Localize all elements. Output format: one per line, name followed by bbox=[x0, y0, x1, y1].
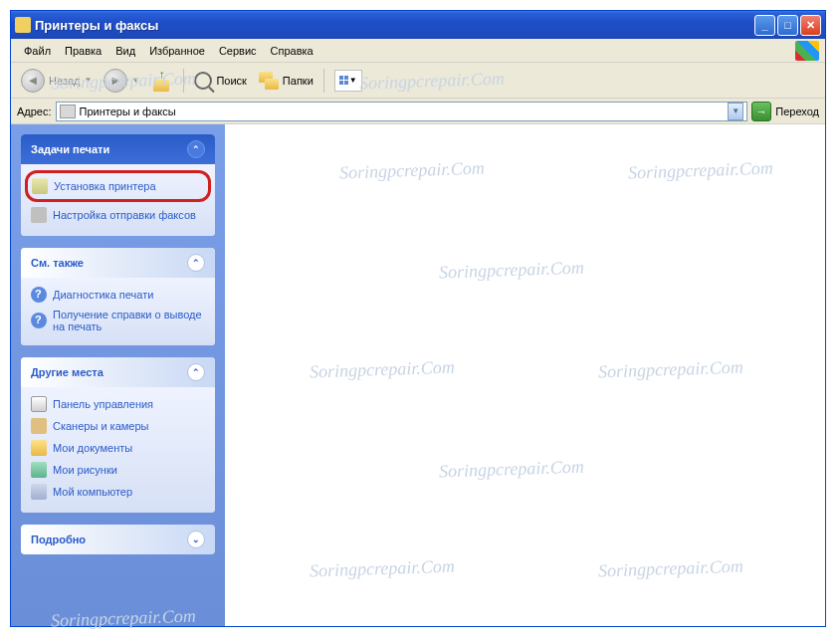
minimize-button[interactable]: _ bbox=[754, 15, 775, 36]
menu-favorites[interactable]: Избранное bbox=[142, 43, 212, 59]
address-value: Принтеры и факсы bbox=[80, 106, 176, 117]
link-label: Получение справки о выводе на печать bbox=[53, 309, 205, 332]
my-documents-link[interactable]: Мои документы bbox=[31, 437, 205, 459]
my-computer-icon bbox=[31, 484, 47, 500]
print-help-link[interactable]: Получение справки о выводе на печать bbox=[31, 306, 205, 335]
highlight-ring: Установка принтера bbox=[25, 170, 211, 202]
search-label: Поиск bbox=[216, 75, 246, 87]
close-button[interactable]: ✕ bbox=[800, 15, 821, 36]
folders-icon bbox=[259, 72, 279, 90]
addressbar: Адрес: Принтеры и факсы ▼ → Переход bbox=[11, 99, 825, 124]
my-documents-icon bbox=[31, 440, 47, 456]
titlebar[interactable]: Принтеры и факсы _ □ ✕ bbox=[11, 11, 825, 39]
views-button[interactable]: ▼ bbox=[330, 68, 366, 94]
menu-edit[interactable]: Правка bbox=[58, 43, 108, 59]
other-places-panel: Другие места ⌃ Панель управления Сканеры… bbox=[21, 357, 215, 513]
menu-help[interactable]: Справка bbox=[264, 43, 320, 59]
folder-view[interactable] bbox=[225, 124, 825, 626]
menu-file[interactable]: Файл bbox=[17, 43, 58, 59]
link-label: Сканеры и камеры bbox=[53, 420, 148, 432]
chevron-down-icon: ⌄ bbox=[187, 531, 205, 548]
windows-logo-icon bbox=[795, 41, 819, 61]
fax-icon bbox=[31, 207, 47, 223]
diagnostics-link[interactable]: Диагностика печати bbox=[31, 284, 205, 306]
chevron-up-icon: ⌃ bbox=[187, 363, 205, 381]
search-icon bbox=[194, 72, 212, 90]
control-panel-icon bbox=[31, 396, 47, 412]
panel-body: Диагностика печати Получение справки о в… bbox=[21, 278, 215, 345]
views-icon: ▼ bbox=[334, 70, 362, 92]
install-printer-link[interactable]: Установка принтера bbox=[32, 175, 204, 197]
folder-up-icon bbox=[151, 70, 173, 92]
fax-setup-link[interactable]: Настройка отправки факсов bbox=[31, 204, 205, 226]
toolbar: ◄ Назад ▼ ► ▼ Поиск Папки ▼ bbox=[11, 63, 825, 99]
caption-buttons: _ □ ✕ bbox=[754, 15, 821, 36]
panel-body: Панель управления Сканеры и камеры Мои д… bbox=[21, 387, 215, 513]
panel-title: Задачи печати bbox=[31, 143, 109, 155]
up-button[interactable] bbox=[147, 68, 177, 94]
maximize-button[interactable]: □ bbox=[777, 15, 798, 36]
separator bbox=[183, 69, 184, 93]
back-arrow-icon: ◄ bbox=[21, 69, 45, 93]
print-tasks-panel: Задачи печати ⌃ Установка принтера Настр… bbox=[21, 134, 215, 236]
scanner-icon bbox=[31, 418, 47, 434]
address-input[interactable]: Принтеры и факсы ▼ bbox=[56, 102, 748, 121]
print-tasks-header[interactable]: Задачи печати ⌃ bbox=[21, 134, 215, 164]
see-also-panel: См. также ⌃ Диагностика печати Получение… bbox=[21, 248, 215, 345]
help-icon bbox=[31, 313, 47, 328]
forward-arrow-icon: ► bbox=[104, 69, 127, 93]
other-places-header[interactable]: Другие места ⌃ bbox=[21, 357, 215, 387]
folders-label: Папки bbox=[283, 75, 314, 87]
chevron-up-icon: ⌃ bbox=[187, 140, 205, 158]
link-label: Настройка отправки факсов bbox=[53, 209, 196, 221]
explorer-window: Принтеры и факсы _ □ ✕ Файл Правка Вид И… bbox=[10, 10, 826, 627]
link-label: Мои рисунки bbox=[53, 464, 117, 476]
address-dropdown-icon[interactable]: ▼ bbox=[728, 103, 743, 120]
scanners-link[interactable]: Сканеры и камеры bbox=[31, 415, 205, 437]
folders-button[interactable]: Папки bbox=[255, 70, 317, 92]
content-area: Задачи печати ⌃ Установка принтера Настр… bbox=[11, 124, 825, 626]
go-button[interactable]: → bbox=[751, 102, 771, 121]
see-also-header[interactable]: См. также ⌃ bbox=[21, 248, 215, 278]
go-label: Переход bbox=[775, 106, 819, 117]
back-label: Назад bbox=[49, 75, 81, 87]
menu-view[interactable]: Вид bbox=[108, 43, 142, 59]
panel-body: Установка принтера Настройка отправки фа… bbox=[21, 164, 215, 236]
panel-title: Подробно bbox=[31, 534, 86, 545]
details-panel: Подробно ⌄ bbox=[21, 525, 215, 554]
my-pictures-icon bbox=[31, 462, 47, 478]
printer-wizard-icon bbox=[32, 178, 48, 194]
details-header[interactable]: Подробно ⌄ bbox=[21, 525, 215, 554]
link-label: Мой компьютер bbox=[53, 486, 132, 498]
printer-icon bbox=[15, 17, 31, 33]
forward-button[interactable]: ► ▼ bbox=[100, 67, 143, 95]
address-label: Адрес: bbox=[17, 106, 52, 117]
dropdown-icon: ▼ bbox=[85, 76, 93, 85]
link-label: Панель управления bbox=[53, 398, 153, 410]
link-label: Мои документы bbox=[53, 442, 132, 454]
separator bbox=[323, 69, 324, 93]
back-button[interactable]: ◄ Назад ▼ bbox=[17, 67, 96, 95]
printer-fax-icon bbox=[60, 105, 76, 118]
control-panel-link[interactable]: Панель управления bbox=[31, 393, 205, 415]
panel-title: См. также bbox=[31, 257, 84, 269]
panel-title: Другие места bbox=[31, 366, 104, 378]
link-label: Установка принтера bbox=[54, 180, 156, 192]
window-title: Принтеры и факсы bbox=[35, 18, 754, 33]
task-pane: Задачи печати ⌃ Установка принтера Настр… bbox=[11, 124, 225, 626]
menu-tools[interactable]: Сервис bbox=[212, 43, 264, 59]
my-pictures-link[interactable]: Мои рисунки bbox=[31, 459, 205, 481]
my-computer-link[interactable]: Мой компьютер bbox=[31, 481, 205, 503]
help-icon bbox=[31, 287, 47, 303]
menubar: Файл Правка Вид Избранное Сервис Справка bbox=[11, 39, 825, 63]
chevron-up-icon: ⌃ bbox=[187, 254, 205, 272]
search-button[interactable]: Поиск bbox=[190, 70, 250, 92]
link-label: Диагностика печати bbox=[53, 289, 153, 301]
dropdown-icon: ▼ bbox=[131, 76, 139, 85]
